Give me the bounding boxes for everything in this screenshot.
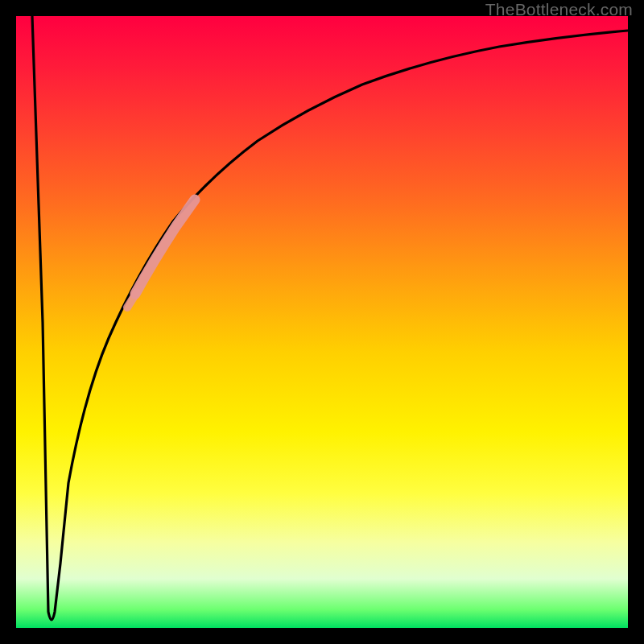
- gradient-background: [16, 16, 628, 628]
- plot-area: [16, 16, 628, 628]
- watermark-text: TheBottleneck.com: [485, 0, 633, 19]
- chart-container: TheBottleneck.com: [0, 0, 644, 644]
